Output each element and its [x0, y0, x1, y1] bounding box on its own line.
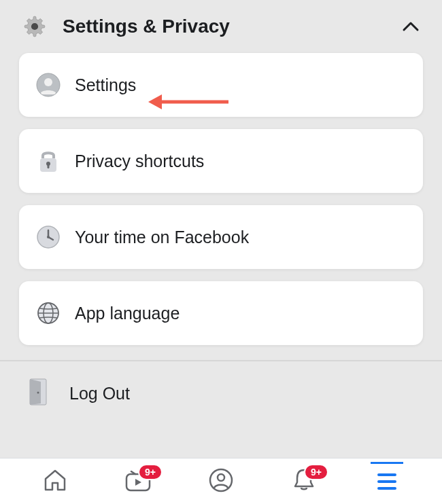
hamburger-icon — [377, 473, 396, 490]
active-indicator — [371, 462, 403, 464]
svg-point-20 — [218, 474, 224, 481]
app-language-item[interactable]: App language — [19, 281, 423, 345]
bottom-nav: 9+ 9+ — [0, 458, 442, 504]
settings-privacy-header[interactable]: Settings & Privacy — [0, 0, 442, 53]
privacy-shortcuts-item[interactable]: Privacy shortcuts — [19, 129, 423, 193]
item-label: Your time on Facebook — [75, 228, 249, 247]
notifications-badge: 9+ — [304, 464, 328, 480]
nav-home[interactable] — [33, 463, 77, 501]
your-time-item[interactable]: Your time on Facebook — [19, 205, 423, 269]
door-icon — [29, 378, 50, 409]
nav-notifications[interactable]: 9+ — [282, 463, 326, 501]
nav-menu[interactable] — [365, 463, 409, 501]
svg-point-1 — [31, 23, 38, 30]
item-label: Settings — [75, 75, 136, 95]
section-title: Settings & Privacy — [63, 16, 386, 37]
profile-circle-icon — [209, 468, 233, 495]
item-label: Privacy shortcuts — [75, 151, 204, 171]
watch-badge: 9+ — [138, 464, 163, 480]
logout-label: Log Out — [69, 384, 130, 403]
nav-watch[interactable]: 9+ — [116, 463, 160, 501]
item-label: App language — [75, 304, 180, 323]
chevron-up-icon[interactable] — [401, 17, 420, 36]
gear-icon — [22, 14, 48, 39]
svg-point-16 — [37, 392, 39, 394]
svg-point-11 — [47, 236, 50, 238]
settings-items: Settings Privacy shortcuts Your time on … — [0, 53, 442, 345]
profile-icon — [35, 72, 61, 98]
home-icon — [43, 468, 67, 495]
lock-icon — [35, 148, 61, 174]
settings-item[interactable]: Settings — [19, 53, 423, 117]
nav-profile[interactable] — [199, 463, 243, 501]
globe-icon — [35, 300, 61, 326]
svg-rect-7 — [48, 164, 50, 168]
svg-point-3 — [44, 78, 52, 86]
clock-icon — [35, 224, 61, 250]
logout-item[interactable]: Log Out — [0, 361, 442, 425]
